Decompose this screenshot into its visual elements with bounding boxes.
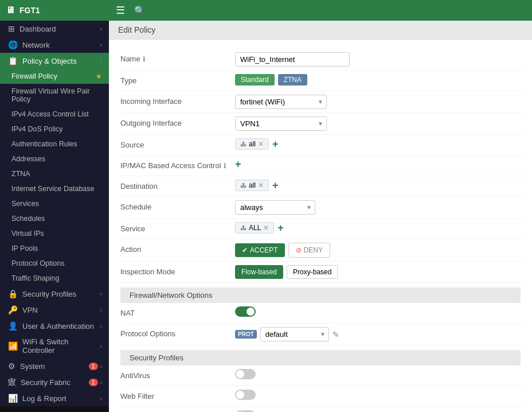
destination-remove-icon[interactable]: ✕ xyxy=(258,181,264,189)
outgoing-value: VPN1 ▼ xyxy=(235,116,521,131)
chevron-icon: › xyxy=(100,307,102,313)
destination-add-button[interactable]: + xyxy=(272,180,279,191)
sidebar-item-network[interactable]: 🌐 Network › xyxy=(0,37,109,53)
search-icon[interactable]: 🔍 xyxy=(134,5,146,16)
sidebar-item-label: IPv4 Access Control List xyxy=(11,110,89,118)
accept-button[interactable]: ✔ ACCEPT xyxy=(235,243,285,257)
sidebar-item-auth-rules[interactable]: Authentication Rules xyxy=(0,137,109,151)
schedule-select-wrap: always ▼ xyxy=(235,200,315,215)
sidebar-item-label: WiFi & Switch Controller xyxy=(22,337,100,355)
type-standard-button[interactable]: Standard xyxy=(235,74,275,85)
sidebar-item-dashboard[interactable]: ⊞ Dashboard › xyxy=(0,21,109,37)
sidebar-item-schedules[interactable]: Schedules xyxy=(0,211,109,226)
source-chip: 🖧 all ✕ xyxy=(235,138,269,150)
sidebar-item-security-fabric[interactable]: 🕸 Security Fabric 1 › xyxy=(0,374,109,390)
type-label: Type xyxy=(120,74,235,87)
chevron-icon: › xyxy=(100,323,102,329)
sidebar-item-vpn[interactable]: 🔑 VPN › xyxy=(0,302,109,318)
page-header: Edit Policy xyxy=(109,21,532,40)
source-label: Source xyxy=(120,138,235,151)
source-add-button[interactable]: + xyxy=(272,139,279,149)
prot-badge: PROT xyxy=(235,330,257,339)
sidebar-item-system[interactable]: ⚙ System 1 › xyxy=(0,358,109,374)
sidebar-item-security-profiles[interactable]: 🔒 Security Profiles › xyxy=(0,286,109,302)
sidebar-item-log-report[interactable]: 📊 Log & Report › xyxy=(0,390,109,406)
chevron-icon: › xyxy=(100,26,102,32)
sidebar-item-label: Addresses xyxy=(11,155,45,163)
device-title: FGT1 xyxy=(19,6,40,15)
outgoing-interface-row: Outgoing Interface VPN1 ▼ xyxy=(120,113,521,135)
sidebar-item-label: IPv4 DoS Policy xyxy=(11,125,63,133)
sidebar-item-traffic-shaping[interactable]: Traffic Shaping xyxy=(0,271,109,286)
menu-icon[interactable]: ☰ xyxy=(116,4,125,17)
deny-button[interactable]: ⊘ DENY xyxy=(288,243,330,258)
sidebar-item-policy-objects[interactable]: 📋 Policy & Objects › xyxy=(0,53,109,69)
sidebar-item-ip-pools[interactable]: IP Pools xyxy=(0,241,109,256)
sidebar-item-label: Internet Service Database xyxy=(11,185,95,193)
action-value: ✔ ACCEPT ⊘ DENY xyxy=(235,243,521,258)
vpn-icon: 🔑 xyxy=(8,305,18,314)
service-remove-icon[interactable]: ✕ xyxy=(263,224,269,232)
info-icon[interactable]: ℹ xyxy=(143,55,146,63)
destination-label: Destination xyxy=(120,180,235,193)
incoming-interface-select[interactable]: fortinet (WiFi) xyxy=(235,95,327,109)
web-filter-toggle[interactable] xyxy=(235,390,256,400)
sidebar-item-label: Security Fabric xyxy=(21,378,71,387)
info-icon[interactable]: ℹ xyxy=(224,162,226,170)
form-container: Name ℹ Type Standard ZTNA xyxy=(109,40,532,412)
sidebar-item-firewall-policy[interactable]: Firewall Policy ★ xyxy=(0,69,109,84)
service-add-button[interactable]: + xyxy=(277,223,284,233)
schedule-row: Schedule always ▼ xyxy=(120,197,521,219)
dns-filter-row: DNS Filter xyxy=(120,407,521,412)
flow-based-button[interactable]: Flow-based xyxy=(235,265,283,279)
accept-icon: ✔ xyxy=(242,246,248,254)
antivirus-value xyxy=(235,369,521,379)
sidebar-item-addresses[interactable]: Addresses xyxy=(0,151,109,166)
sidebar-item-internet-service-db[interactable]: Internet Service Database xyxy=(0,181,109,196)
chevron-icon: › xyxy=(100,291,102,297)
name-input[interactable] xyxy=(235,52,350,67)
type-ztna-button[interactable]: ZTNA xyxy=(278,74,307,85)
outgoing-interface-select[interactable]: VPN1 xyxy=(235,116,327,131)
protocol-edit-icon[interactable]: ✎ xyxy=(332,330,339,339)
proxy-based-button[interactable]: Proxy-based xyxy=(287,265,338,279)
service-chip: 🖧 ALL ✕ xyxy=(235,222,274,234)
ipmac-add-button[interactable]: + xyxy=(235,159,241,169)
chevron-icon: › xyxy=(100,363,102,370)
sidebar-item-ipv4-dos[interactable]: IPv4 DoS Policy xyxy=(0,122,109,137)
type-row: Type Standard ZTNA xyxy=(120,71,521,91)
name-row: Name ℹ xyxy=(120,49,521,71)
protocol-options-row: Protocol Options PROT default ▼ ✎ xyxy=(120,324,521,345)
sidebar-item-protocol-options[interactable]: Protocol Options xyxy=(0,256,109,271)
service-chip-icon: 🖧 xyxy=(240,224,247,231)
protocol-select[interactable]: default xyxy=(260,327,329,341)
sidebar-item-firewall-vwp[interactable]: Firewall Virtual Wire Pair Policy xyxy=(0,84,109,107)
sidebar-item-ipv4-acl[interactable]: IPv4 Access Control List xyxy=(0,107,109,122)
source-value: 🖧 all ✕ + xyxy=(235,138,521,150)
sidebar-item-virtual-ips[interactable]: Virtual IPs xyxy=(0,226,109,241)
sidebar-item-label: Policy & Objects xyxy=(22,57,77,65)
antivirus-toggle[interactable] xyxy=(235,369,256,379)
wifi-icon: 📶 xyxy=(8,341,18,351)
destination-chip-icon: 🖧 xyxy=(240,182,247,189)
source-remove-icon[interactable]: ✕ xyxy=(258,140,264,148)
destination-row: Destination 🖧 all ✕ + xyxy=(120,176,521,197)
chevron-icon: › xyxy=(100,42,102,48)
ipmac-value: + xyxy=(235,159,521,169)
security-icon: 🔒 xyxy=(8,289,18,298)
antivirus-label: AntiVirus xyxy=(120,369,235,382)
nat-toggle[interactable] xyxy=(235,306,256,317)
content-area: Edit Policy Name ℹ Type Standard xyxy=(109,21,532,412)
sidebar-item-label: Firewall Policy xyxy=(11,72,57,80)
schedule-value: always ▼ xyxy=(235,200,521,215)
sidebar-item-wifi-switch[interactable]: 📶 WiFi & Switch Controller › xyxy=(0,334,109,358)
source-row: Source 🖧 all ✕ + xyxy=(120,135,521,156)
sidebar-item-label: Schedules xyxy=(11,215,45,223)
schedule-select[interactable]: always xyxy=(235,200,315,215)
sidebar-item-services[interactable]: Services xyxy=(0,196,109,211)
sidebar-item-label: ZTNA xyxy=(11,170,30,178)
sidebar-item-user-auth[interactable]: 👤 User & Authentication › xyxy=(0,318,109,334)
service-chip-label: ALL xyxy=(249,224,261,232)
nat-row: NAT xyxy=(120,303,521,324)
sidebar-item-ztna[interactable]: ZTNA xyxy=(0,166,109,181)
